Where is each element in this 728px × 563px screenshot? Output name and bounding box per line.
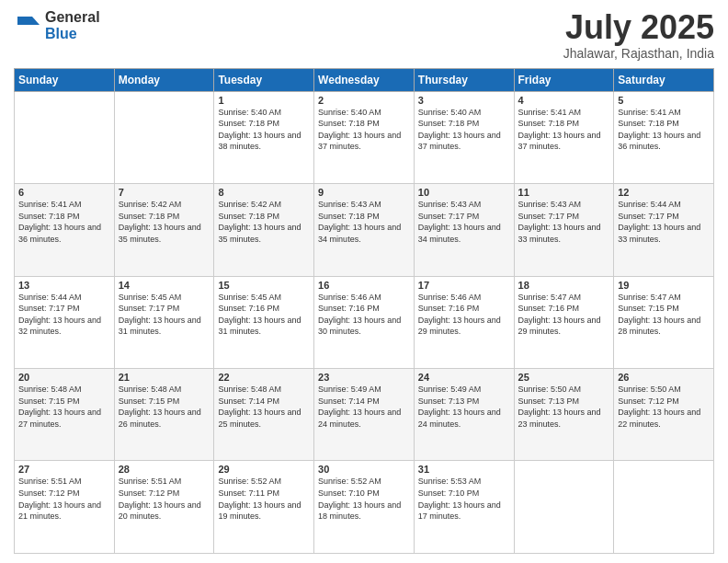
day-cell: 13Sunrise: 5:44 AMSunset: 7:17 PMDayligh… [15, 276, 115, 368]
day-info: Sunrise: 5:43 AMSunset: 7:18 PMDaylight:… [318, 199, 410, 245]
day-number: 13 [18, 280, 110, 291]
logo-blue-text: Blue [45, 26, 100, 42]
day-info: Sunrise: 5:46 AMSunset: 7:16 PMDaylight:… [318, 292, 410, 338]
day-info: Sunrise: 5:47 AMSunset: 7:16 PMDaylight:… [518, 292, 610, 338]
day-info: Sunrise: 5:45 AMSunset: 7:17 PMDaylight:… [119, 292, 210, 338]
day-cell: 3Sunrise: 5:40 AMSunset: 7:18 PMDaylight… [414, 91, 514, 183]
day-number: 17 [418, 280, 510, 291]
day-info: Sunrise: 5:46 AMSunset: 7:16 PMDaylight:… [418, 292, 510, 338]
day-number: 1 [218, 95, 310, 106]
location: Jhalawar, Rajasthan, India [563, 46, 714, 61]
day-cell: 8Sunrise: 5:42 AMSunset: 7:18 PMDaylight… [214, 184, 314, 276]
day-number: 31 [418, 464, 510, 475]
day-number: 7 [119, 187, 210, 198]
day-cell: 6Sunrise: 5:41 AMSunset: 7:18 PMDaylight… [15, 184, 115, 276]
day-number: 23 [318, 372, 410, 383]
day-info: Sunrise: 5:42 AMSunset: 7:18 PMDaylight:… [119, 199, 210, 245]
month-title: July 2025 [563, 9, 714, 46]
day-number: 10 [418, 187, 510, 198]
day-number: 19 [618, 280, 710, 291]
day-number: 8 [218, 187, 310, 198]
day-number: 21 [119, 372, 210, 383]
logo-text: General Blue [45, 9, 100, 41]
day-number: 24 [418, 372, 510, 383]
header: General Blue July 2025 Jhalawar, Rajasth… [14, 9, 714, 61]
day-number: 3 [418, 95, 510, 106]
svg-marker-0 [32, 17, 40, 25]
day-number: 28 [119, 464, 210, 475]
day-cell: 10Sunrise: 5:43 AMSunset: 7:17 PMDayligh… [414, 184, 514, 276]
day-cell: 4Sunrise: 5:41 AMSunset: 7:18 PMDaylight… [514, 91, 614, 183]
day-number: 26 [618, 372, 710, 383]
day-number: 2 [318, 95, 410, 106]
logo: General Blue [14, 9, 100, 41]
day-number: 25 [518, 372, 610, 383]
header-monday: Monday [114, 68, 214, 91]
week-row-1: 1Sunrise: 5:40 AMSunset: 7:18 PMDaylight… [15, 91, 714, 183]
day-info: Sunrise: 5:49 AMSunset: 7:14 PMDaylight:… [318, 384, 410, 430]
day-cell [514, 461, 614, 554]
calendar-table: Sunday Monday Tuesday Wednesday Thursday… [14, 68, 714, 554]
day-cell: 23Sunrise: 5:49 AMSunset: 7:14 PMDayligh… [314, 369, 415, 461]
week-row-5: 27Sunrise: 5:51 AMSunset: 7:12 PMDayligh… [15, 461, 714, 554]
week-row-3: 13Sunrise: 5:44 AMSunset: 7:17 PMDayligh… [15, 276, 714, 368]
header-friday: Friday [514, 68, 614, 91]
week-row-2: 6Sunrise: 5:41 AMSunset: 7:18 PMDaylight… [15, 184, 714, 276]
day-info: Sunrise: 5:40 AMSunset: 7:18 PMDaylight:… [218, 107, 310, 153]
day-cell: 12Sunrise: 5:44 AMSunset: 7:17 PMDayligh… [614, 184, 714, 276]
header-sunday: Sunday [15, 68, 115, 91]
day-number: 14 [119, 280, 210, 291]
day-cell: 30Sunrise: 5:52 AMSunset: 7:10 PMDayligh… [314, 461, 415, 554]
day-info: Sunrise: 5:48 AMSunset: 7:14 PMDaylight:… [218, 384, 310, 430]
day-cell [15, 91, 115, 183]
day-info: Sunrise: 5:44 AMSunset: 7:17 PMDaylight:… [618, 199, 710, 245]
day-number: 11 [518, 187, 610, 198]
day-info: Sunrise: 5:40 AMSunset: 7:18 PMDaylight:… [318, 107, 410, 153]
day-number: 12 [618, 187, 710, 198]
day-cell: 20Sunrise: 5:48 AMSunset: 7:15 PMDayligh… [15, 369, 115, 461]
day-cell: 17Sunrise: 5:46 AMSunset: 7:16 PMDayligh… [414, 276, 514, 368]
day-info: Sunrise: 5:48 AMSunset: 7:15 PMDaylight:… [18, 384, 110, 430]
day-cell: 14Sunrise: 5:45 AMSunset: 7:17 PMDayligh… [114, 276, 214, 368]
header-tuesday: Tuesday [214, 68, 314, 91]
day-info: Sunrise: 5:52 AMSunset: 7:11 PMDaylight:… [218, 476, 310, 522]
header-thursday: Thursday [414, 68, 514, 91]
day-cell: 31Sunrise: 5:53 AMSunset: 7:10 PMDayligh… [414, 461, 514, 554]
day-info: Sunrise: 5:41 AMSunset: 7:18 PMDaylight:… [518, 107, 610, 153]
title-block: July 2025 Jhalawar, Rajasthan, India [563, 9, 714, 61]
day-info: Sunrise: 5:51 AMSunset: 7:12 PMDaylight:… [119, 476, 210, 522]
day-info: Sunrise: 5:51 AMSunset: 7:12 PMDaylight:… [18, 476, 110, 522]
day-number: 15 [218, 280, 310, 291]
day-info: Sunrise: 5:41 AMSunset: 7:18 PMDaylight:… [618, 107, 710, 153]
day-info: Sunrise: 5:52 AMSunset: 7:10 PMDaylight:… [318, 476, 410, 522]
day-cell: 24Sunrise: 5:49 AMSunset: 7:13 PMDayligh… [414, 369, 514, 461]
logo-icon [14, 12, 41, 40]
day-cell: 29Sunrise: 5:52 AMSunset: 7:11 PMDayligh… [214, 461, 314, 554]
day-info: Sunrise: 5:50 AMSunset: 7:12 PMDaylight:… [618, 384, 710, 430]
day-number: 16 [318, 280, 410, 291]
day-number: 22 [218, 372, 310, 383]
day-info: Sunrise: 5:41 AMSunset: 7:18 PMDaylight:… [18, 199, 110, 245]
day-cell: 18Sunrise: 5:47 AMSunset: 7:16 PMDayligh… [514, 276, 614, 368]
day-cell: 9Sunrise: 5:43 AMSunset: 7:18 PMDaylight… [314, 184, 415, 276]
day-cell: 15Sunrise: 5:45 AMSunset: 7:16 PMDayligh… [214, 276, 314, 368]
svg-rect-1 [17, 17, 32, 25]
day-info: Sunrise: 5:49 AMSunset: 7:13 PMDaylight:… [418, 384, 510, 430]
day-cell: 25Sunrise: 5:50 AMSunset: 7:13 PMDayligh… [514, 369, 614, 461]
day-cell [614, 461, 714, 554]
day-cell: 2Sunrise: 5:40 AMSunset: 7:18 PMDaylight… [314, 91, 415, 183]
page: General Blue July 2025 Jhalawar, Rajasth… [0, 0, 728, 563]
day-info: Sunrise: 5:48 AMSunset: 7:15 PMDaylight:… [119, 384, 210, 430]
day-cell: 28Sunrise: 5:51 AMSunset: 7:12 PMDayligh… [114, 461, 214, 554]
day-number: 27 [18, 464, 110, 475]
day-number: 20 [18, 372, 110, 383]
day-cell: 22Sunrise: 5:48 AMSunset: 7:14 PMDayligh… [214, 369, 314, 461]
day-cell [114, 91, 214, 183]
day-info: Sunrise: 5:50 AMSunset: 7:13 PMDaylight:… [518, 384, 610, 430]
day-number: 5 [618, 95, 710, 106]
day-info: Sunrise: 5:44 AMSunset: 7:17 PMDaylight:… [18, 292, 110, 338]
weekday-header-row: Sunday Monday Tuesday Wednesday Thursday… [15, 68, 714, 91]
day-cell: 11Sunrise: 5:43 AMSunset: 7:17 PMDayligh… [514, 184, 614, 276]
day-info: Sunrise: 5:40 AMSunset: 7:18 PMDaylight:… [418, 107, 510, 153]
day-number: 18 [518, 280, 610, 291]
